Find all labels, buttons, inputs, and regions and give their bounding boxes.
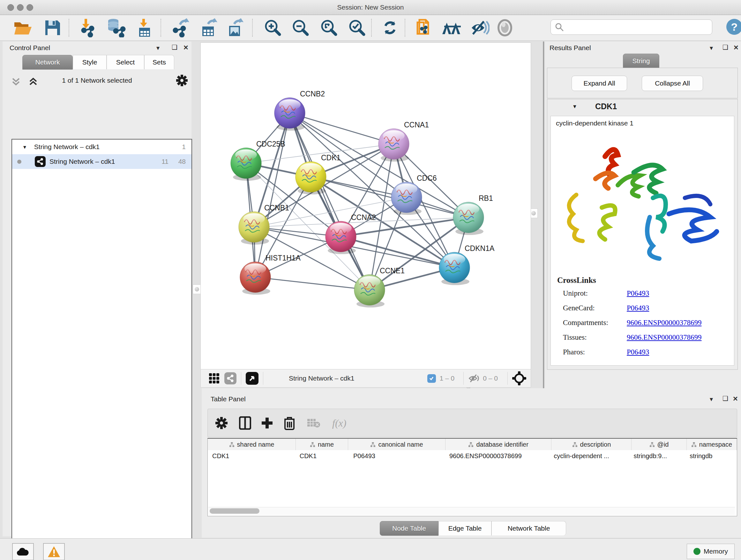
table-panel-close-icon[interactable]: ✕ [733,395,738,402]
table-panel-float-icon[interactable]: ❑ [723,395,728,402]
column-header-6[interactable]: namespace [687,439,737,450]
network-view-canvas[interactable]: CCNB2CCNA1CDC25BCDK1CDC6RB1CCNB1CCNA2CDK… [200,43,531,369]
fit-selected-button[interactable] [345,18,369,37]
node-CDKN1A[interactable] [439,252,470,285]
create-column-plus-icon[interactable] [261,417,273,429]
show-all-button[interactable] [494,18,516,37]
column-header-3[interactable]: database identifier [446,439,552,450]
node-HIST1H1A[interactable] [240,262,271,295]
save-session-button[interactable] [42,18,63,37]
node-CCNA1[interactable] [379,129,409,162]
cloud-status-button[interactable] [12,543,34,560]
hide-selected-button[interactable] [468,18,491,37]
clone-network-button[interactable] [412,18,436,37]
node-CDC6[interactable] [391,182,422,215]
results-panel-close-icon[interactable]: ✕ [733,44,739,51]
zoom-in-button[interactable] [260,18,285,37]
open-session-button[interactable] [11,18,35,37]
edge-CCNB2-CCNE1[interactable] [290,113,369,290]
show-graphics-details-button[interactable] [439,18,465,37]
export-table-button[interactable] [197,18,221,37]
column-header-4[interactable]: description [551,439,631,450]
fit-content-button[interactable] [317,18,341,37]
cell-6[interactable]: stringdb [685,450,737,462]
left-splitter-handle[interactable] [193,285,201,294]
export-image-button[interactable] [223,18,247,37]
detach-view-icon[interactable] [246,372,259,385]
network-options-gear-icon[interactable] [176,74,188,87]
node-CDC25B[interactable] [231,148,261,181]
collapse-all-button[interactable]: Collapse All [642,76,703,91]
tab-sets[interactable]: Sets [144,55,174,69]
node-CCNE1[interactable] [354,274,385,307]
node-table[interactable]: shared namenamecanonical namedatabase id… [207,438,737,516]
search-field[interactable] [550,19,712,35]
import-network-database-button[interactable] [103,18,128,37]
results-panel-float-icon[interactable]: ❑ [723,44,728,51]
column-header-2[interactable]: canonical name [348,439,446,450]
cell-4[interactable]: cyclin-dependent ... [549,450,629,462]
tab-select[interactable]: Select [107,55,144,69]
import-table-button[interactable] [133,18,155,37]
node-RB1[interactable] [453,202,484,235]
control-panel-float-icon[interactable]: ❑ [172,44,178,51]
column-header-0[interactable]: shared name [208,439,296,450]
edge-CCNB2-HIST1H1A[interactable] [255,113,290,277]
string-view-icon[interactable] [224,372,237,384]
birds-eye-view-icon[interactable] [512,371,526,385]
column-header-5[interactable]: @id [631,439,686,450]
table-panel-menu-icon[interactable]: ▾ [710,395,713,403]
network-row-selected[interactable]: String Network – cdk1 11 48 [12,154,192,169]
crosslink-genecard-link[interactable]: P06493 [627,304,649,312]
warnings-button[interactable] [43,543,65,560]
tab-string[interactable]: String [623,54,659,68]
results-panel-menu-icon[interactable]: ▾ [710,44,713,52]
crosslink-label: Compartments: [563,319,608,327]
crosslink-uniprot-link[interactable]: P06493 [627,289,649,298]
export-network-button[interactable] [169,18,193,37]
tab-network-table[interactable]: Network Table [491,521,566,536]
crosslink-compartments-link[interactable]: 9606.ENSP00000378699 [627,319,702,327]
table-options-gear-icon[interactable] [215,416,228,430]
edge-HIST1H1A-CCNE1[interactable] [255,277,369,290]
network-collection-row[interactable]: ▼ String Network – cdk1 1 [12,139,192,154]
cell-3[interactable]: 9606.ENSP00000378699 [445,450,549,462]
tab-style[interactable]: Style [73,55,107,69]
cell-0[interactable]: CDK1 [208,450,295,462]
horizontal-scrollbar[interactable] [208,507,735,515]
tab-edge-table[interactable]: Edge Table [439,521,491,536]
memory-button[interactable]: Memory [687,544,735,559]
tab-network[interactable]: Network [22,55,73,70]
table-data-row[interactable]: CDK1CDK1P064939606.ENSP00000378699cyclin… [208,450,737,462]
network-graph[interactable]: CCNB2CCNA1CDC25BCDK1CDC6RB1CCNB1CCNA2CDK… [201,43,531,369]
help-button[interactable]: ? [726,19,741,35]
tab-node-table[interactable]: Node Table [380,521,439,536]
zoom-out-button[interactable] [288,18,313,37]
cloud-icon [17,547,29,556]
cell-5[interactable]: stringdb:9... [629,450,685,462]
column-header-1[interactable]: name [296,439,348,450]
node-CCNB2[interactable] [274,98,305,131]
search-input[interactable] [567,23,712,31]
cell-2[interactable]: P06493 [349,450,445,462]
collapse-triangle-icon[interactable]: ▼ [572,104,577,110]
node-CCNB1[interactable] [239,212,269,245]
scrollbar-thumb[interactable] [210,508,259,514]
node-CCNA2[interactable] [326,221,356,254]
expand-all-button[interactable]: Expand All [571,76,627,91]
grid-view-icon[interactable] [208,373,220,384]
crosslink-tissues-link[interactable]: 9606.ENSP00000378699 [627,333,702,341]
node-CDK1[interactable] [295,162,326,194]
control-panel-close-icon[interactable]: ✕ [183,44,189,51]
import-network-button[interactable] [76,18,99,37]
edge-CCNB2-CCNA1[interactable] [290,113,394,144]
refresh-view-button[interactable] [379,18,401,37]
show-columns-icon[interactable] [239,416,251,430]
collapse-triangle-icon[interactable]: ▼ [22,144,27,150]
selected-checkbox-icon[interactable] [427,374,436,383]
delete-column-trash-icon[interactable] [284,416,295,430]
control-panel-menu-icon[interactable]: ▾ [156,44,159,52]
cell-1[interactable]: CDK1 [295,450,349,462]
crosslink-pharos-link[interactable]: P06493 [627,348,649,356]
crosslink-label: GeneCard: [563,304,595,312]
